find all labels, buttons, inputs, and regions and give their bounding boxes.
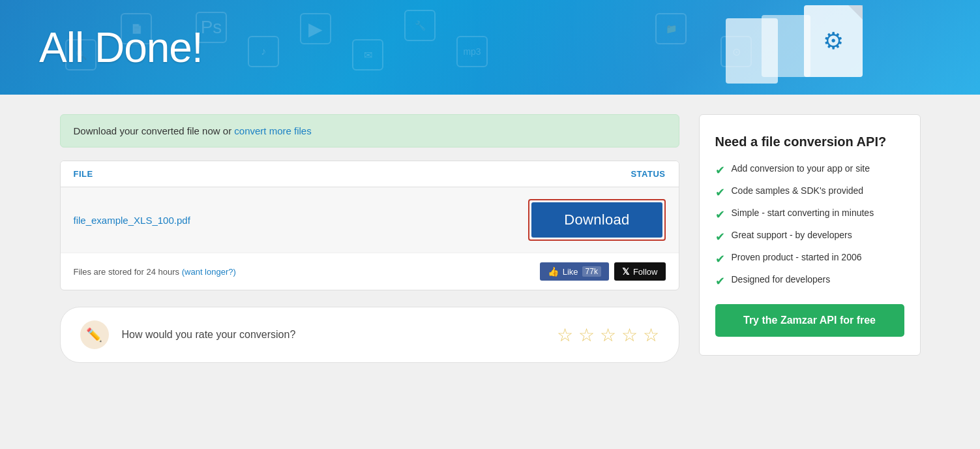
storage-text: Files are stored for 24 hours [74,267,182,277]
page-title: All Done! [39,23,203,72]
pencil-icon-wrapper: ✏️ [80,320,109,349]
check-icon-6: ✔ [715,274,725,288]
star-4[interactable]: ☆ [621,324,638,346]
feature-text-6: Designed for developers [732,274,831,285]
banner-file-stack: ⚙ [804,5,863,77]
feature-item-2: ✔ Code samples & SDK's provided [715,185,904,200]
banner-icon-music: ♪ [248,36,279,67]
col-status-label: STATUS [631,169,665,179]
want-longer-link[interactable]: (want longer?) [182,267,236,277]
api-card: Need a file conversion API? ✔ Add conver… [699,114,921,356]
feature-item-5: ✔ Proven product - started in 2006 [715,252,904,266]
x-follow-button[interactable]: 𝕏 Follow [614,262,666,281]
banner-icon-mail: ✉ [352,39,383,70]
convert-more-link[interactable]: convert more files [234,125,311,136]
col-file-label: FILE [74,169,93,179]
banner-icon-folder: 📁 [655,13,687,44]
banner-icon-wrench: 🔧 [404,10,436,41]
check-icon-2: ✔ [715,185,725,200]
feature-item-3: ✔ Simple - start converting in minutes [715,208,904,222]
file-table: FILE STATUS file_example_XLS_100.pdf Dow… [60,161,679,290]
success-banner: Download your converted file now or conv… [60,114,679,147]
star-5[interactable]: ☆ [643,324,659,346]
table-header: FILE STATUS [61,161,679,187]
success-text: Download your converted file now or [74,125,235,136]
api-card-title: Need a file conversion API? [715,133,904,150]
feature-item-4: ✔ Great support - by developers [715,230,904,244]
facebook-like-label: Like [563,267,578,277]
download-btn-wrapper: Download [528,199,665,241]
star-2[interactable]: ☆ [578,324,595,346]
pencil-icon: ✏️ [86,327,102,343]
header-banner: Ps ♪ ▶ ✉ 🔧 mp3 🔍 📄 📁 ⊙ All Done! ⚙ [0,0,980,95]
check-icon-4: ✔ [715,230,725,244]
rating-prompt: How would you rate your conversion? [122,329,544,341]
right-panel: Need a file conversion API? ✔ Add conver… [699,114,921,363]
star-3[interactable]: ☆ [600,324,616,346]
check-icon-5: ✔ [715,252,725,266]
file-icon-front: ⚙ [804,5,863,77]
table-row: file_example_XLS_100.pdf Download [61,187,679,253]
check-icon-3: ✔ [715,208,725,222]
file-icon-back [762,15,810,77]
thumbs-up-icon: 👍 [548,266,559,277]
facebook-like-button[interactable]: 👍 Like 77k [540,262,609,281]
check-icon-1: ✔ [715,163,725,178]
feature-text-1: Add conversion to your app or site [732,163,870,174]
social-buttons: 👍 Like 77k 𝕏 Follow [540,262,666,281]
feature-list: ✔ Add conversion to your app or site ✔ C… [715,163,904,288]
storage-info: Files are stored for 24 hours (want long… [74,267,236,277]
feature-text-4: Great support - by developers [732,230,852,240]
facebook-count: 77k [582,266,601,277]
left-panel: Download your converted file now or conv… [60,114,679,363]
feature-text-2: Code samples & SDK's provided [732,185,864,196]
feature-item-6: ✔ Designed for developers [715,274,904,288]
try-api-button[interactable]: Try the Zamzar API for free [715,304,904,337]
rating-section: ✏️ How would you rate your conversion? ☆… [60,307,679,363]
banner-icon-mp3: mp3 [456,36,488,67]
table-footer: Files are stored for 24 hours (want long… [61,253,679,290]
follow-label: Follow [633,267,658,277]
file-name-link[interactable]: file_example_XLS_100.pdf [74,215,190,226]
feature-text-3: Simple - start converting in minutes [732,208,874,218]
feature-item-1: ✔ Add conversion to your app or site [715,163,904,178]
x-logo-icon: 𝕏 [622,266,629,277]
star-1[interactable]: ☆ [557,324,573,346]
banner-icon-play: ▶ [300,13,331,44]
download-button[interactable]: Download [531,202,662,238]
main-content: Download your converted file now or conv… [34,95,947,382]
gear-icon: ⚙ [823,27,844,55]
star-rating[interactable]: ☆ ☆ ☆ ☆ ☆ [557,324,659,346]
feature-text-5: Proven product - started in 2006 [732,252,862,262]
